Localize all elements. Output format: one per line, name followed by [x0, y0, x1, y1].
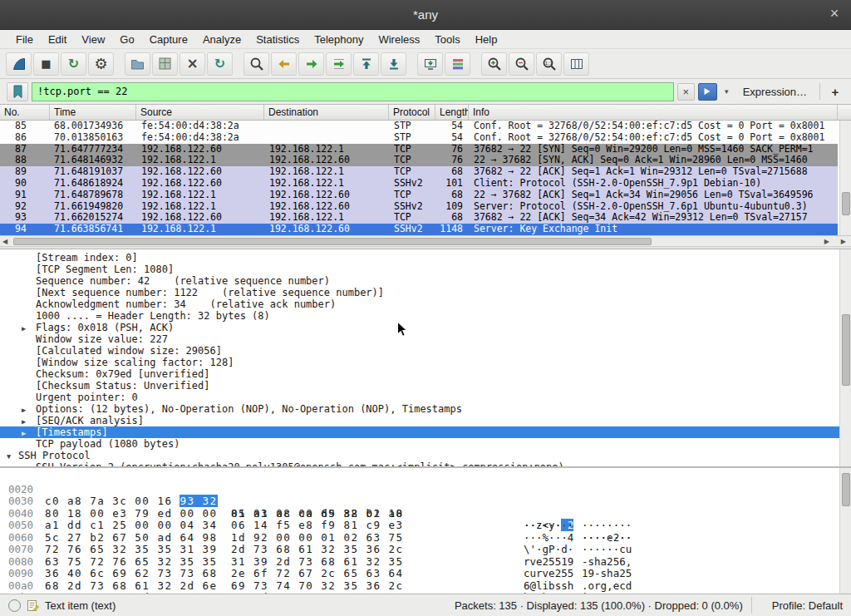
detail-line[interactable]: [TCP Segment Len: 1080] [0, 264, 851, 275]
menu-wireless[interactable]: Wireless [371, 31, 427, 48]
expander-icon[interactable]: ▶ [22, 427, 26, 438]
column-header-length[interactable]: Length [435, 105, 469, 120]
expander-icon[interactable]: ▶ [22, 323, 26, 333]
auto-scroll-button[interactable] [417, 52, 443, 76]
menu-statistics[interactable]: Statistics [248, 31, 307, 48]
menu-edit[interactable]: Edit [41, 31, 74, 48]
colorize-button[interactable] [445, 52, 470, 76]
detail-line[interactable]: Window size value: 227 [0, 333, 851, 345]
menu-analyze[interactable]: Analyze [195, 31, 248, 48]
detail-line[interactable]: Urgent pointer: 0 [0, 392, 851, 403]
expander-icon[interactable]: ▶ [22, 416, 26, 426]
detail-line-ssh-protocol[interactable]: ▼SSH Protocol [0, 450, 851, 461]
stop-capture-button[interactable]: ■ [33, 52, 59, 76]
display-filter-input[interactable] [32, 82, 674, 101]
menu-telephony[interactable]: Telephony [307, 31, 371, 48]
zoom-in-button[interactable] [481, 52, 507, 76]
go-forward-button[interactable] [298, 52, 324, 76]
save-file-button[interactable] [152, 52, 178, 76]
menu-view[interactable]: View [74, 31, 112, 48]
go-to-packet-button[interactable] [326, 52, 352, 76]
detail-line[interactable]: [Checksum Status: Unverified] [0, 380, 851, 392]
scrollbar-thumb[interactable] [842, 192, 850, 215]
detail-line[interactable]: TCP payload (1080 bytes) [0, 438, 851, 450]
expression-button[interactable]: Expression… [736, 86, 814, 98]
expander-icon[interactable]: ▼ [7, 451, 11, 461]
scrollbar-thumb[interactable] [13, 238, 652, 245]
detail-line-flags[interactable]: ▶Flags: 0x018 (PSH, ACK) [0, 322, 851, 333]
hex-row-0040[interactable]: 0040 a1 dd c1 25 00 00 04 3406 14 f5 e8 … [0, 495, 851, 508]
scrollbar-thumb[interactable] [842, 473, 850, 506]
status-profile[interactable]: Profile: Default [772, 599, 843, 612]
go-back-button[interactable] [271, 52, 297, 76]
detail-line[interactable]: Sequence number: 42 (relative sequence n… [0, 275, 851, 287]
scroll-right-arrow-icon[interactable]: ▶ [841, 238, 846, 245]
capture-options-button[interactable]: ⚙ [88, 52, 114, 76]
column-header-no[interactable]: No. [0, 105, 50, 120]
menu-file[interactable]: File [8, 31, 41, 48]
column-header-protocol[interactable]: Protocol [389, 105, 435, 120]
detail-line-timestamps-selected[interactable]: ▶[Timestamps] [0, 426, 851, 438]
hex-row-0070[interactable]: 0070 63 75 72 76 65 32 35 3531 39 2d 73 … [0, 532, 851, 545]
detail-line[interactable]: 1000 .... = Header Length: 32 bytes (8) [0, 310, 851, 322]
reload-file-button[interactable]: ↻ [207, 52, 233, 76]
hex-row-0060[interactable]: 0060 72 76 65 32 35 35 31 392d 73 68 61 … [0, 520, 851, 532]
expert-info-icon[interactable] [8, 599, 21, 612]
filter-bookmark-button[interactable] [7, 82, 28, 101]
expander-icon[interactable]: ▶ [22, 404, 26, 415]
detail-line[interactable]: [Window size scaling factor: 128] [0, 357, 851, 368]
first-packet-button[interactable] [353, 52, 379, 76]
detail-line[interactable]: Acknowledgment number: 34 (relative ack … [0, 298, 851, 310]
packet-row-92[interactable]: 9271.661949820192.168.122.1192.168.122.6… [0, 201, 838, 213]
last-packet-button[interactable] [381, 52, 406, 76]
zoom-out-button[interactable] [509, 52, 534, 76]
column-header-time[interactable]: Time [50, 105, 136, 120]
scroll-left-arrow-icon[interactable]: ◀ [2, 238, 7, 245]
resize-columns-button[interactable] [563, 52, 589, 76]
open-file-button[interactable] [125, 52, 150, 76]
hex-row-0020[interactable]: 0020 c0 a8 7a 3c 00 16 93 32 85 a3 ac c0… [0, 471, 851, 484]
packet-row-91[interactable]: 9171.648789678192.168.122.1192.168.122.6… [0, 190, 838, 201]
detail-line[interactable]: [Stream index: 0] [0, 252, 851, 264]
close-window-button[interactable]: × [826, 6, 843, 21]
scroll-right-arrow-icon[interactable]: ▶ [824, 238, 829, 245]
packet-row-90[interactable]: 9071.648618924192.168.122.60192.168.122.… [0, 178, 838, 190]
hex-row-0080[interactable]: 0080 36 40 6c 69 62 73 73 682e 6f 72 67 … [0, 544, 851, 556]
packet-row-94-selected[interactable]: 9471.663856741192.168.122.1192.168.122.6… [0, 224, 838, 235]
column-header-info[interactable]: Info [469, 105, 838, 120]
packet-row-86[interactable]: 8670.013850163fe:54:00:d4:38:2aSTP54Conf… [0, 132, 838, 144]
restart-capture-button[interactable]: ↻ [61, 52, 86, 76]
detail-line-seq-ack[interactable]: ▶[SEQ/ACK analysis] [0, 415, 851, 426]
menu-tools[interactable]: Tools [427, 31, 467, 48]
detail-line[interactable]: [Calculated window size: 29056] [0, 345, 851, 357]
hex-row-00a0[interactable]: 00a0 65 63 64 68 2d 73 68 6132 2d 6e 69 … [0, 568, 851, 580]
packet-list-horizontal-scrollbar[interactable]: ◀ ▶ ▶ [0, 235, 851, 246]
hex-row-0050[interactable]: 0050 5c 27 b2 67 50 ad 64 981d 92 00 00 … [0, 508, 851, 520]
packet-row-93[interactable]: 9371.662015274192.168.122.60192.168.122.… [0, 212, 838, 224]
column-header-destination[interactable]: Destination [264, 105, 389, 120]
menu-help[interactable]: Help [468, 31, 505, 48]
hex-row-0030[interactable]: 0030 80 18 00 e3 79 ed 00 0001 01 08 0a … [0, 484, 851, 496]
packet-row-89[interactable]: 8971.648191037192.168.122.60192.168.122.… [0, 166, 838, 178]
detail-line[interactable]: SSH Version 2 (encryption:chacha20-poly1… [0, 461, 851, 466]
zoom-original-button[interactable]: 1:1 [536, 52, 562, 76]
packet-list-vertical-scrollbar[interactable] [839, 121, 851, 235]
filter-clear-button[interactable]: × [677, 83, 695, 101]
scrollbar-thumb[interactable] [842, 314, 850, 386]
detail-line[interactable]: Checksum: 0x79ed [unverified] [0, 368, 851, 380]
close-file-button[interactable]: × [180, 52, 205, 76]
hex-vertical-scrollbar[interactable] [839, 468, 851, 594]
filter-apply-button[interactable] [698, 83, 717, 101]
capture-comment-icon[interactable] [27, 599, 39, 612]
detail-line[interactable]: [Next sequence number: 1122 (relative se… [0, 287, 851, 298]
packet-row-85[interactable]: 8568.001734936fe:54:00:d4:38:2aSTP54Conf… [0, 121, 838, 132]
add-filter-button[interactable]: + [826, 82, 844, 101]
packet-row-87[interactable]: 8771.647777234192.168.122.60192.168.122.… [0, 144, 838, 155]
start-capture-button[interactable] [6, 52, 32, 76]
packet-row-88[interactable]: 8871.648146932192.168.122.1192.168.122.6… [0, 155, 838, 166]
filter-history-dropdown[interactable]: ▼ [721, 83, 733, 101]
detail-line-options[interactable]: ▶Options: (12 bytes), No-Operation (NOP)… [0, 403, 851, 415]
menu-go[interactable]: Go [112, 31, 141, 48]
find-packet-button[interactable] [243, 52, 269, 76]
hex-row-0090[interactable]: 0090 68 2d 73 68 61 32 2d 6e69 73 74 70 … [0, 556, 851, 569]
